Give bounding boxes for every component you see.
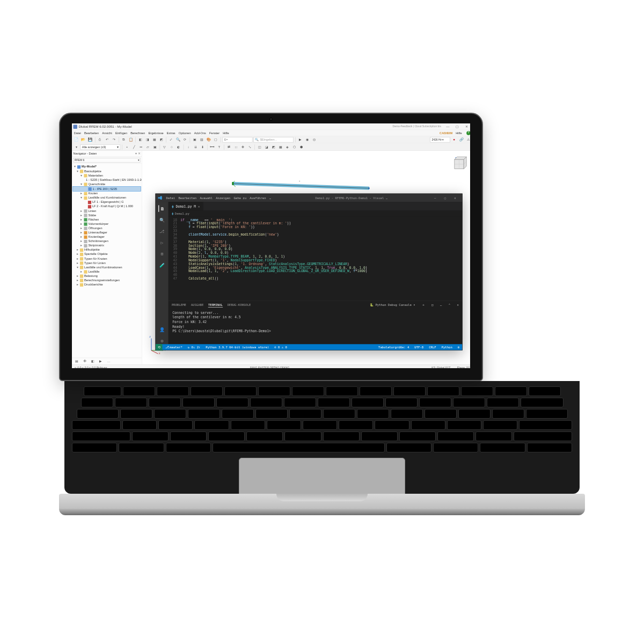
panel-problems[interactable]: PROBLEME	[172, 303, 186, 306]
tree-section-1[interactable]: 1 - IPE 200 | S235	[93, 187, 118, 191]
paste-icon[interactable]: 📋	[128, 137, 134, 143]
tree-lines[interactable]: Linien	[88, 209, 96, 213]
extensions-icon[interactable]: ⊞	[159, 251, 165, 257]
breadcrumb[interactable]: ⧫Demo1.py	[169, 210, 462, 216]
menu-addons[interactable]: Add-Ons	[194, 131, 206, 135]
tree-materials[interactable]: Materialien	[88, 173, 103, 178]
code-line[interactable]: 43 StaticAnalysisSettings(1, '1. Ordnung…	[169, 262, 462, 266]
print-icon[interactable]: ⎙	[97, 137, 103, 143]
tree-nodal-supports[interactable]: Knotenlager	[88, 235, 104, 239]
terminal-trash-icon[interactable]: …	[440, 303, 442, 306]
iso-icon[interactable]: ◩	[158, 137, 164, 143]
text-icon[interactable]: T	[216, 144, 222, 150]
hinge-icon[interactable]: ○	[169, 144, 174, 150]
status-cs[interactable]: KS: Global XYZ	[431, 366, 450, 368]
support-icon[interactable]: ▽	[162, 144, 167, 150]
help-icon[interactable]: ?	[466, 131, 470, 135]
zoom-win-icon[interactable]: 🔍	[175, 137, 181, 143]
vs-menu-more[interactable]: …	[269, 196, 271, 200]
vs-menu-anzeigen[interactable]: Anzeigen	[216, 196, 230, 200]
panel-output[interactable]: AUSGABE	[191, 303, 204, 306]
gear-icon[interactable]: ⚙	[159, 338, 165, 344]
extra1-icon[interactable]: ◫	[257, 144, 262, 150]
nav-more-icon[interactable]: …	[105, 358, 113, 364]
tree-special[interactable]: Spezielle Objekte	[84, 252, 108, 256]
vs-menu-gehe[interactable]: Gehe zu	[233, 196, 246, 200]
explorer-icon[interactable]: 🗎	[158, 205, 165, 211]
member-icon[interactable]: ═	[138, 144, 144, 150]
colors-icon[interactable]: 🎨	[206, 137, 211, 143]
menu-bearbeiten[interactable]: Bearbeiten	[84, 131, 99, 135]
cad-input[interactable]: E=	[223, 137, 253, 142]
status-snap[interactable]: FANG RASTER ORTHO OFANG	[250, 366, 289, 368]
minimize-button[interactable]: —	[443, 125, 452, 128]
search-icon[interactable]: 🔍	[159, 217, 165, 223]
menu-einfuegen[interactable]: Einfügen	[115, 131, 127, 135]
zoom-all-icon[interactable]: ⤢	[168, 137, 174, 143]
status-sync[interactable]: ↻ 0↓ 2↑	[185, 346, 203, 349]
vs-min-button[interactable]: —	[430, 196, 440, 200]
tree-types-nodes[interactable]: Typen für Knoten	[84, 257, 107, 261]
vs-menu-auswahl[interactable]: Auswahl	[200, 196, 213, 200]
vscode-titlebar[interactable]: Datei Bearbeiten Auswahl Anzeigen Gehe z…	[156, 194, 462, 202]
maximize-button[interactable]: ▢	[452, 125, 462, 128]
menu-ansicht[interactable]: Ansicht	[102, 131, 112, 135]
rec-icon[interactable]: ●	[451, 137, 457, 143]
scale-icon[interactable]: ⤡	[247, 144, 253, 150]
nav-display-icon[interactable]: 👁	[81, 358, 89, 364]
scm-icon[interactable]: ⎇	[159, 228, 165, 235]
copy-icon[interactable]: ⧉	[121, 137, 127, 143]
code-line[interactable]: 46	[169, 273, 462, 277]
tree-basis[interactable]: Basisobjekte	[84, 169, 101, 173]
vs-close-button[interactable]: ✕	[450, 196, 460, 200]
navigator-tree[interactable]: ▾My-Model* ▾Basisobjekte ▾Materialien 1 …	[72, 164, 142, 358]
mode-icon[interactable]: ▾	[73, 144, 79, 150]
vs-max-button[interactable]: ▢	[440, 196, 450, 200]
view3-icon[interactable]: ▦	[151, 137, 157, 143]
tree-solids[interactable]: Volumenkörper	[88, 222, 108, 226]
status-branch[interactable]: ⎇ master*	[163, 346, 185, 349]
panel-debugconsole[interactable]: DEBUG-KONSOLE	[228, 303, 251, 306]
tree-lf[interactable]: Lastfälle	[88, 269, 99, 274]
code-editor[interactable]: 18if __name__ == '__main__':21 l = float…	[169, 217, 462, 301]
dim-icon[interactable]: ⟷	[209, 144, 215, 150]
status-encoding[interactable]: UTF-8	[412, 346, 426, 349]
tree-types-lines[interactable]: Typen für Linien	[84, 261, 106, 265]
code-line[interactable]: 39 Node(1, 0.0, 0.0, 0.0)	[169, 247, 462, 251]
res1-icon[interactable]: ◉	[304, 137, 310, 143]
release-icon[interactable]: ◐	[175, 144, 181, 150]
tab-demo1[interactable]: ⧫ Demo1.py M ✕	[169, 202, 203, 210]
calc-icon[interactable]: ▶	[297, 137, 303, 143]
menu-ergebnisse[interactable]: Ergebnisse	[149, 131, 164, 135]
vs-menu-datei[interactable]: Datei	[166, 196, 175, 200]
code-line[interactable]: 36	[169, 236, 462, 240]
extra4-icon[interactable]: ▦	[277, 144, 283, 150]
nav-views-icon[interactable]: ◧	[89, 358, 97, 364]
mode-combo[interactable]: Alle anzeigen (c3)▾	[80, 144, 121, 150]
code-line[interactable]: 21 l = float(input('length of the cantil…	[169, 222, 462, 225]
code-line[interactable]: 18if __name__ == '__main__':	[169, 218, 462, 222]
undo-icon[interactable]: ↶	[104, 137, 110, 143]
test-icon[interactable]: 🧪	[159, 262, 165, 268]
panel-close-icon[interactable]: ✕	[457, 303, 459, 306]
extra3-icon[interactable]: ◩	[270, 144, 276, 150]
mirror-icon[interactable]: ⇄	[226, 144, 232, 150]
line-icon[interactable]: ╱	[131, 144, 137, 150]
tree-belastung[interactable]: Belastung	[84, 274, 98, 278]
node-icon[interactable]: •	[124, 144, 130, 150]
view-cube[interactable]	[450, 154, 469, 173]
new-icon[interactable]: 📄	[73, 137, 79, 143]
status-feedback-icon[interactable]: ⚙	[455, 346, 462, 349]
tree-intersections[interactable]: Schnittmengen	[88, 239, 108, 243]
tree-lc2[interactable]: LF 2 - Kraft Kopf | Qi M | 1.000	[92, 204, 133, 209]
nav-results-icon[interactable]: ▶	[97, 358, 105, 364]
search-field[interactable]: 🔍$Eingeben...	[253, 137, 294, 142]
tree-scripts[interactable]: Skriptmatrix	[88, 243, 104, 247]
save-icon[interactable]: 💾	[87, 137, 93, 143]
tree-material-1[interactable]: 1 - S235 | Stahlbau-Stahl | EN 1993-1-1:…	[86, 178, 142, 182]
remote-button[interactable]: ⟲	[156, 344, 162, 350]
tree-lc1[interactable]: LF 1 - Eigengewicht | G	[92, 200, 123, 204]
extra7-icon[interactable]: ⬢	[298, 144, 304, 150]
tree-sections[interactable]: Querschnitte	[88, 182, 105, 186]
navigator-header[interactable]: Navigator - Daten▾ ✕	[72, 151, 142, 157]
